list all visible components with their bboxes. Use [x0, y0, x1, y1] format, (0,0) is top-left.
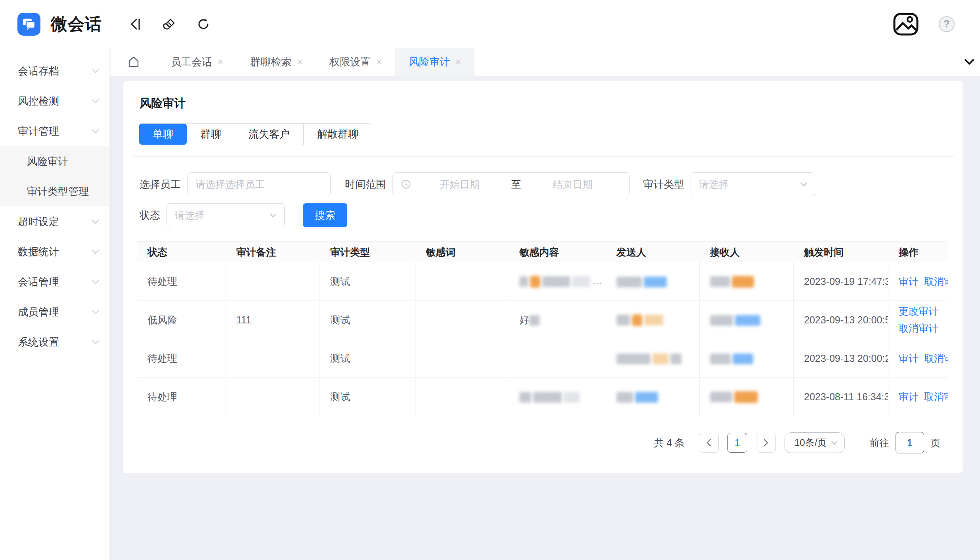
tab-label: 风险审计: [409, 55, 450, 69]
help-icon[interactable]: ?: [939, 16, 955, 32]
redacted-block: [635, 392, 658, 403]
tab-close-icon[interactable]: ×: [297, 57, 302, 67]
filters: 选择员工 时间范围 开始日期 至 结束日期 审计类型: [140, 172, 955, 227]
action-link-审计[interactable]: 审计: [899, 276, 919, 287]
cell-status: 待处理: [137, 378, 226, 416]
chevron-down-icon: [91, 339, 100, 345]
end-date-placeholder[interactable]: 结束日期: [524, 178, 622, 191]
tab-风险审计[interactable]: 风险审计×: [395, 48, 475, 76]
tab-close-icon[interactable]: ×: [218, 57, 223, 67]
sidebar-item-风控检测[interactable]: 风控检测: [0, 86, 109, 116]
start-date-placeholder[interactable]: 开始日期: [411, 178, 508, 191]
tab-权限设置[interactable]: 权限设置×: [316, 48, 395, 76]
sidebar-item-系统设置[interactable]: 系统设置: [0, 327, 109, 357]
page-content: 风险审计 单聊群聊流失客户解散群聊 选择员工 时间范围: [110, 76, 980, 560]
segment-群聊[interactable]: 群聊: [187, 124, 235, 145]
segment-流失客户[interactable]: 流失客户: [235, 124, 303, 145]
segment-解散群聊[interactable]: 解散群聊: [303, 124, 372, 145]
chat-logo-icon: [22, 17, 36, 31]
cell-type: 测试: [320, 262, 415, 301]
tab-群聊检索[interactable]: 群聊检索×: [237, 48, 316, 76]
redacted-block: [564, 392, 580, 403]
avatar-placeholder-icon[interactable]: [893, 11, 919, 37]
audit-type-select[interactable]: 请选择: [691, 172, 815, 196]
ellipsis: …: [592, 275, 603, 286]
column-header-接收人: 接收人: [700, 242, 794, 262]
column-header-操作: 操作: [888, 242, 948, 262]
sidebar-item-成员管理[interactable]: 成员管理: [0, 297, 109, 327]
cell-remark: [226, 339, 320, 378]
tab-员工会话[interactable]: 员工会话×: [157, 48, 237, 76]
prev-page-button[interactable]: [699, 433, 719, 453]
collapse-sidebar-icon[interactable]: [126, 15, 144, 33]
actions-group: 审计取消审计: [899, 352, 948, 365]
employee-input[interactable]: [187, 172, 331, 196]
action-link-审计[interactable]: 审计: [899, 391, 919, 402]
time-range-label: 时间范围: [345, 178, 386, 191]
table-row: 低风险111测试好2023-09-13 20:00:56更改审计取消审计: [137, 301, 948, 339]
action-link-取消审计[interactable]: 取消审计: [924, 391, 948, 402]
cell-word: [415, 339, 509, 378]
chevron-down-icon: [831, 440, 838, 445]
sidebar-item-会话存档[interactable]: 会话存档: [0, 56, 109, 86]
sidebar-subitem-审计类型管理[interactable]: 审计类型管理: [0, 176, 109, 206]
sidebar-subitem-风险审计[interactable]: 风险审计: [0, 146, 109, 176]
redacted-block: [653, 354, 668, 364]
cell-content: 好: [509, 301, 606, 339]
date-range-picker[interactable]: 开始日期 至 结束日期: [392, 172, 630, 196]
home-tab-icon[interactable]: [110, 48, 157, 76]
sidebar-subitem-label: 风险审计: [27, 155, 100, 168]
sidebar-item-label: 数据统计: [18, 245, 91, 259]
column-header-敏感内容: 敏感内容: [509, 242, 606, 262]
sidebar-item-会话管理[interactable]: 会话管理: [0, 267, 109, 297]
tab-close-icon[interactable]: ×: [376, 57, 382, 67]
goto-page-input[interactable]: [896, 432, 924, 453]
clear-cache-brush-icon[interactable]: [161, 15, 178, 33]
sidebar-item-超时设定[interactable]: 超时设定: [0, 206, 109, 237]
segment-单聊[interactable]: 单聊: [139, 124, 187, 145]
chat-type-segments: 单聊群聊流失客户解散群聊: [139, 123, 372, 145]
sidebar-item-label: 审计管理: [18, 124, 91, 138]
action-link-取消审计[interactable]: 取消审计: [924, 353, 948, 364]
page-number-button[interactable]: 1: [727, 433, 747, 453]
redacted-block: [519, 392, 531, 403]
employee-label: 选择员工: [140, 178, 181, 191]
sidebar-item-label: 超时设定: [18, 215, 91, 229]
redacted-block: [616, 392, 633, 403]
goto-label: 前往: [869, 436, 889, 449]
cell-time: 2023-09-19 17:47:39: [794, 262, 888, 301]
refresh-icon[interactable]: [195, 15, 212, 33]
sidebar: 会话存档风控检测审计管理风险审计审计类型管理超时设定数据统计会话管理成员管理系统…: [0, 48, 110, 560]
sidebar-item-审计管理[interactable]: 审计管理: [0, 116, 109, 146]
tabbar-chevron-down-icon[interactable]: [964, 48, 974, 76]
chevron-down-icon: [91, 279, 100, 285]
redacted-block: [530, 276, 540, 288]
page-size-select[interactable]: 10条/页: [785, 432, 845, 453]
tab-bar: 员工会话×群聊检索×权限设置×风险审计×: [110, 48, 980, 76]
cell-actions: 更改审计取消审计: [888, 301, 948, 339]
chevron-down-icon: [91, 98, 100, 104]
redacted-block: [572, 276, 590, 287]
clock-icon: [401, 179, 411, 189]
actions-group: 审计取消审计: [899, 275, 948, 288]
status-select[interactable]: 请选择: [167, 203, 285, 227]
app-title: 微会话: [51, 13, 102, 35]
column-header-敏感词: 敏感词: [415, 242, 509, 262]
cell-remark: 111: [226, 301, 320, 339]
redacted-block: [644, 277, 667, 287]
action-link-取消审计[interactable]: 取消审计: [924, 276, 948, 287]
sidebar-item-label: 风控检测: [18, 94, 91, 108]
search-button[interactable]: 搜索: [303, 203, 347, 227]
redacted-receiver: [710, 352, 755, 364]
next-page-button[interactable]: [756, 433, 776, 453]
action-link-取消审计[interactable]: 取消审计: [899, 322, 938, 335]
cell-word: [415, 378, 509, 416]
action-link-更改审计[interactable]: 更改审计: [899, 305, 938, 318]
cell-sender: [606, 301, 700, 339]
redacted-content: 好: [519, 313, 542, 327]
tab-close-icon[interactable]: ×: [456, 57, 461, 67]
cell-content: [509, 378, 606, 416]
sidebar-item-数据统计[interactable]: 数据统计: [0, 237, 109, 267]
redacted-sender: [616, 391, 660, 403]
action-link-审计[interactable]: 审计: [899, 353, 919, 364]
